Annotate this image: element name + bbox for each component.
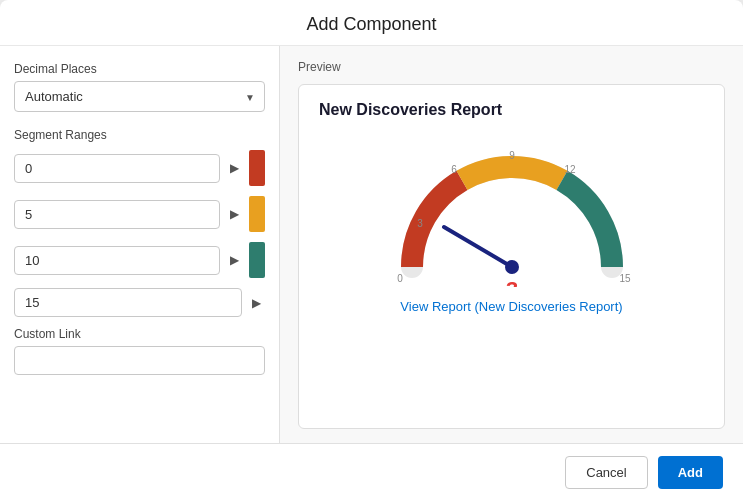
segment-color-2[interactable] [249,242,265,278]
decimal-places-label: Decimal Places [14,62,265,76]
custom-link-input[interactable] [14,346,265,375]
segment-input-0[interactable] [14,154,220,183]
decimal-places-select[interactable]: Automatic [14,81,265,112]
gauge-svg: 0 3 6 9 12 15 [372,127,652,287]
gauge-tick-0: 0 [397,273,403,284]
decimal-places-select-wrapper: Automatic ▼ [14,81,265,112]
segment-expand-0[interactable]: ▶ [226,159,243,177]
segment-input-1[interactable] [14,200,220,229]
dialog-body: Decimal Places Automatic ▼ Segment Range… [0,46,743,443]
preview-label: Preview [298,60,725,74]
segment-input-3[interactable] [14,288,242,317]
gauge-tick-15: 15 [619,273,631,284]
preview-card: New Discoveries Report [298,84,725,429]
segment-row-2: ▶ [14,242,265,278]
gauge-tick-6: 6 [451,164,457,175]
gauge-value-text: 3 [505,277,517,287]
add-button[interactable]: Add [658,456,723,489]
gauge-tick-3: 3 [417,218,423,229]
left-panel: Decimal Places Automatic ▼ Segment Range… [0,46,280,443]
segment-row-0: ▶ [14,150,265,186]
right-panel: Preview New Discoveries Report [280,46,743,443]
gauge-tick-9: 9 [509,150,515,161]
chart-title: New Discoveries Report [319,101,502,119]
dialog-title: Add Component [0,0,743,46]
segment-expand-2[interactable]: ▶ [226,251,243,269]
segment-expand-1[interactable]: ▶ [226,205,243,223]
segment-ranges-label: Segment Ranges [14,128,265,142]
segment-row-3: ▶ [14,288,265,317]
segment-color-0[interactable] [249,150,265,186]
gauge-needle [444,227,512,267]
view-report-link[interactable]: View Report (New Discoveries Report) [400,299,622,314]
gauge-center-dot [505,260,519,274]
segment-color-1[interactable] [249,196,265,232]
gauge-container: 0 3 6 9 12 15 [319,127,704,287]
segment-row-1: ▶ [14,196,265,232]
dialog-footer: Cancel Add [0,443,743,501]
add-component-dialog: Add Component Decimal Places Automatic ▼… [0,0,743,501]
segment-expand-3[interactable]: ▶ [248,294,265,312]
custom-link-label: Custom Link [14,327,265,341]
gauge-tick-12: 12 [564,164,576,175]
segment-input-2[interactable] [14,246,220,275]
cancel-button[interactable]: Cancel [565,456,647,489]
